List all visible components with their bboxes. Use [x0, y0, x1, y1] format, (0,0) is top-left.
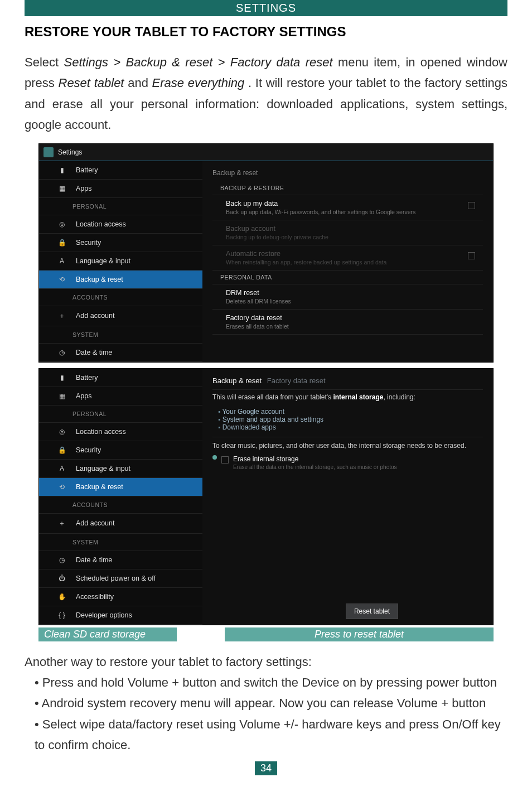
sidebar-item-location[interactable]: ◎Location access	[39, 215, 202, 234]
window-title: Settings	[58, 148, 82, 156]
breadcrumb-parent: Backup & reset	[212, 376, 262, 385]
sidebar-item-developer[interactable]: { }Developer options	[39, 606, 202, 625]
settings-sidebar: ▮Battery ▦Apps PERSONAL ◎Location access…	[39, 369, 202, 625]
sidebar-item-label: Backup & reset	[76, 276, 123, 283]
bullet-item: System and app data and settings	[218, 416, 483, 423]
sidebar-item-battery[interactable]: ▮Battery	[39, 161, 202, 180]
option-drm-reset[interactable]: DRM reset Deletes all DRM licenses	[212, 284, 483, 310]
clock-icon: ◷	[58, 556, 66, 564]
settings-sidebar: ▮Battery ▦Apps PERSONAL ◎Location access…	[39, 161, 202, 362]
lock-icon: 🔒	[58, 446, 66, 454]
alt-method-intro: Another way to restore your tablet to fa…	[25, 651, 507, 672]
bullet-item: Downloaded apps	[218, 423, 483, 431]
sidebar-item-label: Security	[76, 239, 101, 247]
sidebar-heading-personal: PERSONAL	[39, 406, 202, 423]
checkbox[interactable]	[468, 202, 475, 209]
sidebar-item-apps[interactable]: ▦Apps	[39, 387, 202, 406]
keyboard-icon: A	[58, 257, 66, 265]
keyboard-icon: A	[58, 465, 66, 472]
checkbox-erase-storage[interactable]	[221, 456, 229, 464]
window-titlebar: Settings	[39, 144, 493, 161]
bullet-item: Your Google account	[218, 408, 483, 416]
panel-title: Backup & reset	[212, 165, 483, 181]
sidebar-item-accessibility[interactable]: ✋Accessibility	[39, 588, 202, 606]
sidebar-item-add-account[interactable]: ＋Add account	[39, 514, 202, 534]
sidebar-heading-accounts: ACCOUNTS	[39, 289, 202, 306]
sidebar-item-datetime[interactable]: ◷Date & time	[39, 344, 202, 362]
sidebar-item-datetime[interactable]: ◷Date & time	[39, 551, 202, 569]
power-icon: ⏻	[58, 575, 66, 582]
section-banner: SETTINGS	[25, 0, 507, 16]
sidebar-item-backup[interactable]: ⟲Backup & reset	[39, 271, 202, 289]
sidebar-item-label: Apps	[76, 185, 92, 192]
screenshot-backup-reset: Settings ▮Battery ▦Apps PERSONAL ◎Locati…	[38, 143, 494, 363]
annotation-press-reset: Press to reset tablet	[225, 627, 494, 641]
hand-icon: ✋	[58, 593, 66, 601]
sidebar-item-security[interactable]: 🔒Security	[39, 441, 202, 460]
reset-tablet-button[interactable]: Reset tablet	[346, 604, 398, 619]
erase-internal-storage-row[interactable]: Erase internal storage Erase all the dat…	[212, 453, 483, 475]
battery-icon: ▮	[58, 166, 66, 174]
intro-paragraph: Select Settings > Backup & reset > Facto…	[25, 52, 507, 136]
bold-text: Volume +/-	[239, 717, 298, 731]
sidebar-item-scheduled-power[interactable]: ⏻Scheduled power on & off	[39, 569, 202, 588]
sidebar-item-label: Date & time	[76, 556, 112, 564]
option-automatic-restore[interactable]: Automatic restore When reinstalling an a…	[212, 245, 483, 271]
checkbox[interactable]	[468, 252, 475, 259]
intro-text: and	[128, 76, 152, 90]
sidebar-item-label: Security	[76, 446, 101, 454]
location-icon: ◎	[58, 428, 66, 436]
text: Press and hold	[42, 675, 128, 689]
restore-icon: ⟲	[58, 276, 66, 283]
sidebar-item-label: Date & time	[76, 349, 112, 356]
plus-icon: ＋	[58, 311, 66, 321]
option-title: DRM reset	[226, 289, 470, 297]
sidebar-item-label: Battery	[76, 166, 98, 174]
sidebar-item-backup[interactable]: ⟲Backup & reset	[39, 478, 202, 496]
alt-step-2: Android system recovery menu will appear…	[25, 693, 507, 713]
screenshot-factory-reset: ▮Battery ▦Apps PERSONAL ◎Location access…	[38, 368, 494, 625]
settings-app-icon	[43, 147, 54, 157]
text: button	[448, 696, 486, 710]
italic-text: Android system recovery	[42, 696, 177, 710]
option-subtitle: Backing up to debug-only private cache	[226, 234, 470, 240]
sidebar-heading-personal: PERSONAL	[39, 198, 202, 215]
option-title: Back up my data	[226, 200, 470, 207]
sidebar-item-add-account[interactable]: ＋Add account	[39, 306, 202, 326]
sidebar-item-apps[interactable]: ▦Apps	[39, 180, 202, 198]
sidebar-heading-system: SYSTEM	[39, 534, 202, 551]
page-number-wrap: 34	[25, 761, 507, 775]
sidebar-item-battery[interactable]: ▮Battery	[39, 369, 202, 387]
reset-bullet-list: Your Google account System and app data …	[212, 408, 483, 437]
option-title: Backup account	[226, 225, 470, 233]
option-factory-data-reset[interactable]: Factory data reset Erases all data on ta…	[212, 310, 483, 335]
bold-text: On/Off	[442, 717, 478, 731]
option-backup-my-data[interactable]: Back up my data Back up app data, Wi-Fi …	[212, 195, 483, 220]
sidebar-item-language[interactable]: ALanguage & input	[39, 252, 202, 271]
apps-icon: ▦	[58, 185, 66, 192]
sidebar-item-label: Language & input	[76, 257, 130, 265]
sidebar-item-location[interactable]: ◎Location access	[39, 423, 202, 441]
annotation-row: Clean SD card storage Press to reset tab…	[38, 627, 494, 641]
option-subtitle: When reinstalling an app, restore backed…	[226, 259, 470, 265]
sidebar-item-label: Location access	[76, 428, 126, 436]
alt-step-3: Select wipe data/factory reset using Vol…	[25, 714, 507, 756]
clear-storage-message: To clear music, pictures, and other user…	[212, 437, 483, 453]
text: Select	[42, 717, 80, 731]
desc-text: This will erase all data from your table…	[212, 393, 333, 401]
panel-breadcrumb: Backup & reset Factory data reset	[212, 372, 483, 389]
option-backup-account[interactable]: Backup account Backing up to debug-only …	[212, 220, 483, 245]
text: hardware keys and press	[298, 717, 442, 731]
annotation-clean-sd: Clean SD card storage	[38, 627, 177, 641]
sidebar-item-security[interactable]: 🔒Security	[39, 234, 202, 252]
braces-icon: { }	[58, 611, 66, 619]
option-subtitle: Back up app data, Wi-Fi passwords, and o…	[226, 209, 470, 215]
italic-text: wipe data/factory reset	[80, 717, 203, 731]
apps-icon: ▦	[58, 392, 66, 400]
sidebar-item-label: Scheduled power on & off	[76, 575, 156, 582]
sidebar-item-label: Developer options	[76, 611, 132, 619]
sidebar-item-language[interactable]: ALanguage & input	[39, 460, 202, 478]
clock-icon: ◷	[58, 349, 66, 356]
sidebar-item-label: Add account	[76, 519, 115, 527]
intro-erase-everything: Erase everything	[152, 76, 245, 90]
